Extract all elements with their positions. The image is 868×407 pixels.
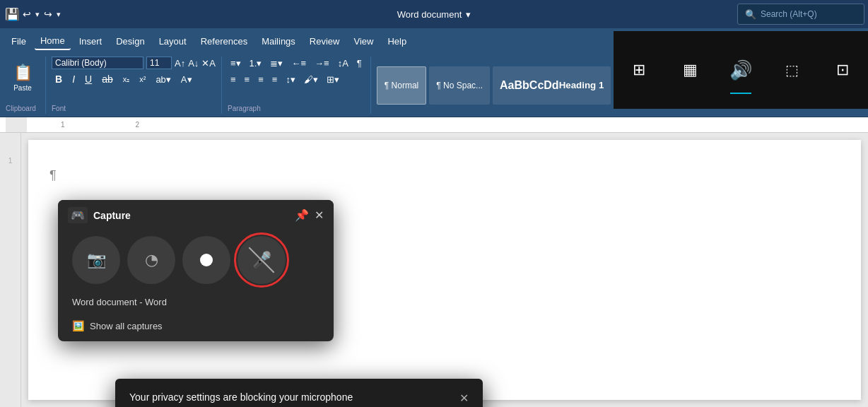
capture-screenshot-button[interactable]: 📷 [72,236,120,284]
bullets-button[interactable]: ≡▾ [228,57,244,70]
pin-icon[interactable]: 📌 [295,208,309,222]
close-icon[interactable]: ✕ [315,208,324,222]
justify-button[interactable]: ≡ [269,73,281,86]
title-bar-left: 💾 ↩ ▾ ↪ ▾ [6,8,61,20]
menu-file[interactable]: File [6,33,32,49]
superscript-button[interactable]: x² [136,73,149,85]
quick-access-dropdown-icon[interactable]: ▾ [57,10,61,19]
style-heading1-button[interactable]: AaBbCcDdHeading 1 [493,66,611,105]
borders-button[interactable]: ⊞▾ [324,73,342,86]
clipboard-label: Clipboard [6,105,36,114]
menu-design[interactable]: Design [110,33,150,49]
title-bar-title: Word document ▾ [397,9,471,20]
font-name-input[interactable] [52,57,143,69]
volume-icon: 🔊 [728,57,753,83]
title-dropdown-icon[interactable]: ▾ [466,9,471,20]
font-size-input[interactable] [146,57,172,69]
title-bar-right: 🔍 Search (Alt+Q) [734,0,868,28]
page-number: 1 [8,157,13,165]
font-row1: A↑ A↓ ✕A [52,57,216,69]
para-row2: ≡ ≡ ≡ ≡ ↕▾ 🖌▾ ⊞▾ [228,73,342,86]
menu-mailings[interactable]: Mailings [256,33,301,49]
undo-icon[interactable]: ↩ [23,8,31,20]
ruler: 1 2 [0,117,868,133]
record-icon [200,254,213,266]
font-color-button[interactable]: A▾ [177,73,196,86]
numbering-button[interactable]: 1.▾ [247,57,265,70]
xbox-bar-item-more[interactable]: ⊡ [819,42,867,98]
notification-popup: Your privacy settings are blocking your … [115,379,483,407]
capture-show-all-button[interactable]: 🖼️ Show all captures [58,314,334,341]
font-row2: B I U ab x₂ x² ab▾ A▾ [52,72,196,86]
capture-window-label: Word document - Word [58,294,334,314]
line-spacing-button[interactable]: ↕▾ [283,73,298,86]
ribbon-group-clipboard: 📋 Paste Clipboard [6,57,46,114]
capture-header-icons: 📌 ✕ [295,208,324,222]
undo-dropdown-icon[interactable]: ▾ [35,10,40,19]
save-icon[interactable]: 💾 [6,8,18,20]
ruler-mark-2: 2 [136,121,140,129]
menu-help[interactable]: Help [382,33,412,49]
multilevel-button[interactable]: ≣▾ [267,57,286,70]
ruler-body: 1 2 [27,117,862,132]
menu-references[interactable]: References [195,33,253,49]
search-icon: 🔍 [745,9,756,20]
para-row1: ≡▾ 1.▾ ≣▾ ←≡ →≡ ↕A ¶ [228,57,365,70]
xbox-bar: ⊞ ▦ 🔊 ⬚ ⊡ [614,31,868,109]
notification-title: Your privacy settings are blocking your … [129,391,353,403]
ribbon-group-font: A↑ A↓ ✕A B I U ab x₂ x² ab▾ A▾ Font [52,57,222,114]
capture-panel: 🎮 Capture 📌 ✕ 📷 ◔ 🎤 [58,200,334,341]
menu-home[interactable]: Home [35,33,71,50]
italic-button[interactable]: I [69,72,78,86]
align-left-button[interactable]: ≡ [228,73,239,86]
gif-icon: ◔ [145,251,158,269]
more-icon: ⊡ [830,57,855,83]
notification-header: Your privacy settings are blocking your … [129,391,469,405]
subscript-button[interactable]: x₂ [119,73,134,85]
increase-indent-button[interactable]: →≡ [312,57,332,70]
bold-button[interactable]: B [52,72,66,86]
xbox-bar-item-xbox[interactable]: ⊞ [615,42,663,98]
align-center-button[interactable]: ≡ [242,73,253,86]
search-placeholder: Search (Alt+Q) [761,9,817,19]
show-all-label: Show all captures [90,321,163,331]
paste-button[interactable]: 📋 Paste [6,57,40,99]
font-grow-icon[interactable]: A↑ [175,58,185,69]
highlight-button[interactable]: ab▾ [152,73,174,86]
ribbon-group-paragraph: ≡▾ 1.▾ ≣▾ ←≡ →≡ ↕A ¶ ≡ ≡ ≡ ≡ ↕▾ 🖌▾ ⊞▾ Pa… [228,57,371,114]
style-normal-button[interactable]: ¶ Normal [377,66,426,105]
redo-icon[interactable]: ↪ [44,8,52,20]
doc-area: 1 ¶ 🎮 Capture 📌 ✕ 📷 ◔ [0,133,868,407]
capture-title: 🎮 Capture [68,207,131,223]
shading-button[interactable]: 🖌▾ [301,73,321,86]
underline-button[interactable]: U [81,72,95,86]
clear-format-icon[interactable]: ✕A [201,58,216,69]
menu-layout[interactable]: Layout [153,33,192,49]
style-no-spacing-button[interactable]: ¶ No Spac... [429,66,490,105]
show-marks-button[interactable]: ¶ [354,57,365,70]
camera-icon: 📷 [87,251,106,269]
menu-insert[interactable]: Insert [74,33,108,49]
xbox-bar-item-widget[interactable]: ▦ [666,42,714,98]
decrease-indent-button[interactable]: ←≡ [288,57,309,70]
notification-close-button[interactable]: ✕ [459,391,469,405]
menu-view[interactable]: View [348,33,379,49]
menu-review[interactable]: Review [304,33,346,49]
align-right-button[interactable]: ≡ [255,73,266,86]
font-shrink-icon[interactable]: A↓ [188,58,199,69]
xbox-bar-item-volume[interactable]: 🔊 [717,42,765,98]
capture-record-button[interactable] [182,236,230,284]
left-sidebar: 1 [0,133,21,407]
strikethrough-button[interactable]: ab [98,72,117,86]
font-group-label: Font [52,105,66,114]
search-bar[interactable]: 🔍 Search (Alt+Q) [737,4,864,25]
capture-header: 🎮 Capture 📌 ✕ [58,200,334,230]
sort-button[interactable]: ↕A [335,57,351,70]
xbox-bar-item-screenshot[interactable]: ⬚ [768,42,816,98]
paste-icon: 📋 [13,64,33,82]
capture-app-icon: 🎮 [68,207,88,223]
ruler-left-margin [6,117,27,132]
capture-mic-button[interactable]: 🎤 [237,236,286,284]
show-all-icon: 🖼️ [72,320,84,331]
capture-gif-button[interactable]: ◔ [127,236,175,284]
